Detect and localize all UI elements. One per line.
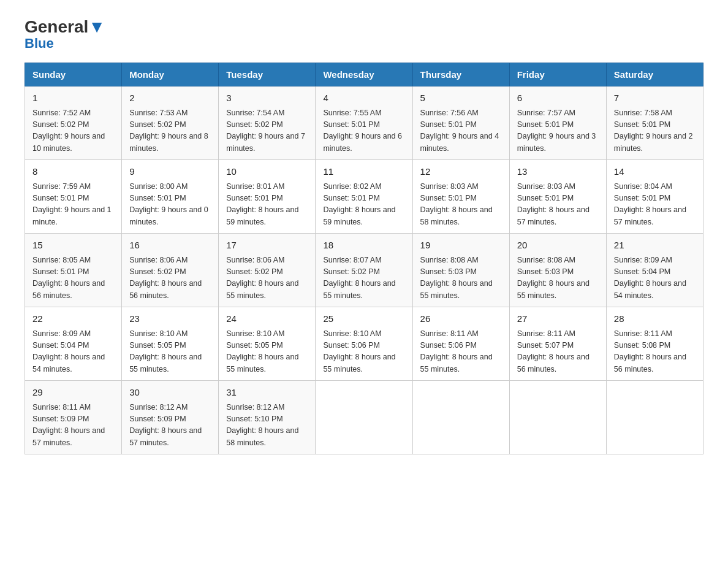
day-info: Sunrise: 7:56 AM Sunset: 5:01 PM Dayligh…	[420, 107, 502, 155]
col-thursday: Thursday	[412, 63, 509, 86]
day-cell: 25 Sunrise: 8:10 AM Sunset: 5:06 PM Dayl…	[316, 307, 412, 381]
day-info: Sunrise: 8:01 AM Sunset: 5:01 PM Dayligh…	[226, 181, 308, 229]
day-cell	[509, 381, 606, 454]
day-cell: 21 Sunrise: 8:09 AM Sunset: 5:04 PM Dayl…	[606, 234, 703, 307]
logo-triangle-icon: ▼	[88, 17, 105, 36]
day-cell: 7 Sunrise: 7:58 AM Sunset: 5:01 PM Dayli…	[606, 86, 703, 160]
day-cell: 15 Sunrise: 8:05 AM Sunset: 5:01 PM Dayl…	[25, 234, 122, 307]
logo: General▼ Blue	[25, 18, 105, 50]
day-info: Sunrise: 8:06 AM Sunset: 5:02 PM Dayligh…	[129, 255, 211, 302]
week-row-5: 29 Sunrise: 8:11 AM Sunset: 5:09 PM Dayl…	[25, 381, 703, 454]
day-cell: 3 Sunrise: 7:54 AM Sunset: 5:02 PM Dayli…	[219, 86, 316, 160]
day-cell: 18 Sunrise: 8:07 AM Sunset: 5:02 PM Dayl…	[316, 234, 412, 307]
day-cell: 4 Sunrise: 7:55 AM Sunset: 5:01 PM Dayli…	[316, 86, 412, 160]
calendar-header: Sunday Monday Tuesday Wednesday Thursday…	[25, 63, 703, 86]
day-number: 8	[32, 165, 114, 179]
day-number: 3	[226, 91, 308, 105]
day-info: Sunrise: 7:52 AM Sunset: 5:02 PM Dayligh…	[32, 107, 114, 155]
day-cell: 16 Sunrise: 8:06 AM Sunset: 5:02 PM Dayl…	[122, 234, 219, 307]
day-number: 10	[226, 165, 308, 179]
day-info: Sunrise: 7:55 AM Sunset: 5:01 PM Dayligh…	[323, 107, 404, 155]
day-info: Sunrise: 8:08 AM Sunset: 5:03 PM Dayligh…	[420, 255, 502, 302]
week-row-4: 22 Sunrise: 8:09 AM Sunset: 5:04 PM Dayl…	[25, 307, 703, 381]
day-cell	[412, 381, 509, 454]
header-row: Sunday Monday Tuesday Wednesday Thursday…	[25, 63, 703, 86]
day-cell	[606, 381, 703, 454]
day-info: Sunrise: 8:09 AM Sunset: 5:04 PM Dayligh…	[32, 328, 114, 376]
day-info: Sunrise: 8:00 AM Sunset: 5:01 PM Dayligh…	[129, 181, 211, 229]
day-cell: 29 Sunrise: 8:11 AM Sunset: 5:09 PM Dayl…	[25, 381, 122, 454]
col-saturday: Saturday	[606, 63, 703, 86]
day-number: 24	[226, 312, 308, 326]
day-number: 13	[517, 165, 599, 179]
calendar-table: Sunday Monday Tuesday Wednesday Thursday…	[25, 63, 703, 454]
day-cell: 2 Sunrise: 7:53 AM Sunset: 5:02 PM Dayli…	[122, 86, 219, 160]
day-number: 26	[420, 312, 502, 326]
day-number: 12	[420, 165, 502, 179]
calendar-body: 1 Sunrise: 7:52 AM Sunset: 5:02 PM Dayli…	[25, 86, 703, 454]
day-info: Sunrise: 8:04 AM Sunset: 5:01 PM Dayligh…	[614, 181, 696, 229]
day-number: 25	[323, 312, 404, 326]
day-number: 6	[517, 91, 599, 105]
day-number: 29	[32, 386, 114, 400]
day-cell: 27 Sunrise: 8:11 AM Sunset: 5:07 PM Dayl…	[509, 307, 606, 381]
day-info: Sunrise: 8:12 AM Sunset: 5:10 PM Dayligh…	[226, 402, 308, 450]
week-row-2: 8 Sunrise: 7:59 AM Sunset: 5:01 PM Dayli…	[25, 160, 703, 234]
day-number: 16	[129, 239, 211, 253]
logo-general-text: General▼	[25, 18, 105, 36]
day-cell: 8 Sunrise: 7:59 AM Sunset: 5:01 PM Dayli…	[25, 160, 122, 234]
day-number: 15	[32, 239, 114, 253]
logo-blue-text: Blue	[25, 37, 54, 50]
day-info: Sunrise: 8:11 AM Sunset: 5:07 PM Dayligh…	[517, 328, 599, 376]
day-info: Sunrise: 8:06 AM Sunset: 5:02 PM Dayligh…	[226, 255, 308, 302]
day-number: 11	[323, 165, 404, 179]
day-number: 19	[420, 239, 502, 253]
day-cell: 30 Sunrise: 8:12 AM Sunset: 5:09 PM Dayl…	[122, 381, 219, 454]
col-tuesday: Tuesday	[219, 63, 316, 86]
day-info: Sunrise: 8:10 AM Sunset: 5:06 PM Dayligh…	[323, 328, 404, 376]
day-number: 31	[226, 386, 308, 400]
day-info: Sunrise: 8:09 AM Sunset: 5:04 PM Dayligh…	[614, 255, 696, 302]
day-number: 1	[32, 91, 114, 105]
day-info: Sunrise: 7:59 AM Sunset: 5:01 PM Dayligh…	[32, 181, 114, 229]
day-info: Sunrise: 8:08 AM Sunset: 5:03 PM Dayligh…	[517, 255, 599, 302]
day-number: 27	[517, 312, 599, 326]
day-cell: 9 Sunrise: 8:00 AM Sunset: 5:01 PM Dayli…	[122, 160, 219, 234]
day-cell: 6 Sunrise: 7:57 AM Sunset: 5:01 PM Dayli…	[509, 86, 606, 160]
day-cell: 20 Sunrise: 8:08 AM Sunset: 5:03 PM Dayl…	[509, 234, 606, 307]
day-info: Sunrise: 8:11 AM Sunset: 5:06 PM Dayligh…	[420, 328, 502, 376]
day-info: Sunrise: 7:53 AM Sunset: 5:02 PM Dayligh…	[129, 107, 211, 155]
day-number: 20	[517, 239, 599, 253]
day-cell: 31 Sunrise: 8:12 AM Sunset: 5:10 PM Dayl…	[219, 381, 316, 454]
day-cell: 19 Sunrise: 8:08 AM Sunset: 5:03 PM Dayl…	[412, 234, 509, 307]
day-info: Sunrise: 7:58 AM Sunset: 5:01 PM Dayligh…	[614, 107, 696, 155]
day-info: Sunrise: 8:11 AM Sunset: 5:08 PM Dayligh…	[614, 328, 696, 376]
day-number: 23	[129, 312, 211, 326]
day-cell: 5 Sunrise: 7:56 AM Sunset: 5:01 PM Dayli…	[412, 86, 509, 160]
day-number: 28	[614, 312, 696, 326]
week-row-1: 1 Sunrise: 7:52 AM Sunset: 5:02 PM Dayli…	[25, 86, 703, 160]
page-header: General▼ Blue	[25, 18, 703, 50]
day-info: Sunrise: 8:12 AM Sunset: 5:09 PM Dayligh…	[129, 402, 211, 450]
day-number: 30	[129, 386, 211, 400]
day-number: 4	[323, 91, 404, 105]
day-info: Sunrise: 8:03 AM Sunset: 5:01 PM Dayligh…	[420, 181, 502, 229]
col-wednesday: Wednesday	[316, 63, 412, 86]
day-cell: 28 Sunrise: 8:11 AM Sunset: 5:08 PM Dayl…	[606, 307, 703, 381]
day-info: Sunrise: 8:10 AM Sunset: 5:05 PM Dayligh…	[226, 328, 308, 376]
day-number: 7	[614, 91, 696, 105]
day-number: 21	[614, 239, 696, 253]
day-number: 22	[32, 312, 114, 326]
week-row-3: 15 Sunrise: 8:05 AM Sunset: 5:01 PM Dayl…	[25, 234, 703, 307]
day-info: Sunrise: 8:10 AM Sunset: 5:05 PM Dayligh…	[129, 328, 211, 376]
day-info: Sunrise: 8:07 AM Sunset: 5:02 PM Dayligh…	[323, 255, 404, 302]
day-cell: 12 Sunrise: 8:03 AM Sunset: 5:01 PM Dayl…	[412, 160, 509, 234]
day-cell: 22 Sunrise: 8:09 AM Sunset: 5:04 PM Dayl…	[25, 307, 122, 381]
day-number: 14	[614, 165, 696, 179]
day-number: 17	[226, 239, 308, 253]
col-sunday: Sunday	[25, 63, 122, 86]
day-cell: 24 Sunrise: 8:10 AM Sunset: 5:05 PM Dayl…	[219, 307, 316, 381]
day-cell: 17 Sunrise: 8:06 AM Sunset: 5:02 PM Dayl…	[219, 234, 316, 307]
day-cell	[316, 381, 412, 454]
day-info: Sunrise: 8:05 AM Sunset: 5:01 PM Dayligh…	[32, 255, 114, 302]
